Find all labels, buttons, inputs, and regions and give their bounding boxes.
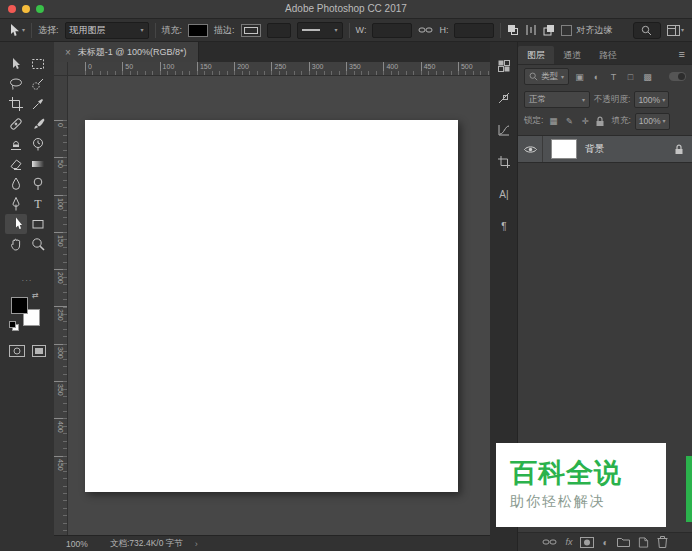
tab-layers[interactable]: 图层 [518, 46, 554, 64]
width-field[interactable] [372, 23, 412, 38]
stroke-width-field[interactable] [267, 23, 291, 38]
height-field[interactable] [454, 23, 494, 38]
crop-panel-icon[interactable] [490, 150, 518, 174]
gradient-tool-button[interactable] [27, 154, 49, 174]
hand-tool-button[interactable] [5, 234, 27, 254]
window-controls [8, 5, 44, 13]
eyedropper-tool-button[interactable] [27, 94, 49, 114]
opacity-field[interactable]: 100% ▾ [634, 91, 669, 108]
layer-mask-icon[interactable] [580, 537, 594, 548]
ruler-label: 150 [57, 235, 64, 247]
rectangle-tool-button[interactable] [27, 214, 49, 234]
panel-menu-icon[interactable]: ≡ [672, 44, 692, 64]
filter-pixel-icon[interactable]: ▣ [573, 72, 586, 82]
layer-fill-field[interactable]: 100% ▾ [635, 113, 670, 130]
pen-tool-button[interactable] [5, 194, 27, 214]
edit-toolbar-button[interactable]: ··· [0, 276, 54, 285]
delete-layer-icon[interactable] [657, 536, 668, 548]
path-alignment-icon[interactable] [525, 24, 537, 36]
link-layers-icon[interactable] [542, 538, 557, 546]
tool-preset-well[interactable]: ▾ [8, 23, 25, 37]
layer-thumbnail[interactable] [551, 139, 577, 159]
lock-image-pixels-icon[interactable]: ✎ [563, 116, 575, 126]
layer-row-background[interactable]: 背景 [518, 135, 692, 163]
eraser-tool-button[interactable] [5, 154, 27, 174]
healing-brush-tool-button[interactable] [5, 114, 27, 134]
horizontal-ruler[interactable]: 050100150200250300350400450500 [68, 62, 490, 76]
select-scope-dropdown[interactable]: 现用图层 ▾ [65, 22, 149, 39]
swap-colors-icon[interactable]: ⇄ [32, 291, 39, 300]
stroke-label: 描边: [214, 24, 235, 37]
tab-paths[interactable]: 路径 [590, 46, 626, 64]
ruler-label: 50 [125, 63, 133, 70]
close-tab-icon[interactable]: × [65, 47, 71, 58]
path-arrange-icon[interactable] [543, 24, 555, 36]
search-button[interactable] [633, 22, 661, 39]
dodge-tool-button[interactable] [27, 174, 49, 194]
filter-shape-icon[interactable]: □ [624, 72, 637, 82]
layer-fill-value: 100% [639, 116, 661, 126]
lasso-tool-button[interactable] [5, 74, 27, 94]
document-tab[interactable]: × 未标题-1 @ 100%(RGB/8*) [54, 42, 199, 62]
character-panel-icon[interactable]: A| [490, 182, 518, 206]
adjustment-layer-icon[interactable]: ◐ [602, 537, 608, 548]
move-tool-button[interactable] [5, 54, 27, 74]
align-edges-checkbox[interactable]: 对齐边缘 [561, 24, 612, 37]
paragraph-panel-icon[interactable]: ¶ [490, 214, 518, 238]
quick-mask-button[interactable] [9, 345, 25, 357]
visibility-eye-icon[interactable] [518, 136, 543, 162]
ruler-label: 0 [88, 63, 92, 70]
stroke-swatch[interactable] [241, 24, 261, 37]
ruler-label: 300 [57, 347, 64, 359]
properties-panel-icon[interactable] [490, 86, 518, 110]
new-layer-icon[interactable] [638, 537, 649, 548]
brush-tool-button[interactable] [27, 114, 49, 134]
layer-group-icon[interactable] [617, 537, 630, 547]
filter-type-dropdown[interactable]: 类型 ▾ [524, 68, 569, 85]
curves-panel-icon[interactable] [490, 118, 518, 142]
zoom-tool-button[interactable] [27, 234, 49, 254]
type-tool-button[interactable]: T [27, 194, 49, 214]
screen-mode-button[interactable] [32, 345, 46, 357]
lasso-tool-icon [8, 76, 24, 92]
status-options-icon[interactable]: › [195, 539, 198, 549]
document-canvas[interactable] [85, 120, 458, 492]
layer-style-icon[interactable]: fx [565, 537, 572, 547]
close-window-button[interactable] [8, 5, 16, 13]
eraser-tool-icon [8, 156, 24, 172]
filter-type-icon[interactable]: T [607, 72, 620, 82]
quick-selection-tool-button[interactable] [27, 74, 49, 94]
lock-label: 锁定: [524, 115, 543, 127]
filter-smart-object-icon[interactable]: ▩ [641, 72, 654, 82]
fill-swatch[interactable] [188, 24, 208, 37]
blur-tool-button[interactable] [5, 174, 27, 194]
minimize-window-button[interactable] [22, 5, 30, 13]
filter-adjustment-icon[interactable]: ◐ [590, 72, 603, 82]
lock-all-icon[interactable] [595, 116, 607, 127]
vertical-ruler[interactable]: 050100150200250300350400450 [54, 76, 68, 535]
ruler-label: 300 [312, 63, 324, 70]
lock-transparent-pixels-icon[interactable]: ▦ [547, 116, 559, 126]
color-panel-icon[interactable] [490, 54, 518, 78]
filter-toggle[interactable] [669, 72, 686, 81]
stroke-type-dropdown[interactable]: ▾ [297, 22, 343, 39]
maximize-window-button[interactable] [36, 5, 44, 13]
marquee-tool-button[interactable] [27, 54, 49, 74]
history-brush-tool-button[interactable] [27, 134, 49, 154]
foreground-color-swatch[interactable] [11, 297, 28, 314]
crop-tool-button[interactable] [5, 94, 27, 114]
lock-position-icon[interactable]: ✛ [579, 116, 591, 126]
path-operations-icon[interactable] [507, 24, 519, 36]
workspace-switcher[interactable]: ▾ [667, 25, 684, 36]
canvas-pasteboard[interactable] [68, 76, 490, 535]
zoom-level-field[interactable]: 100% [66, 539, 110, 549]
link-dimensions-icon[interactable] [418, 26, 433, 34]
path-selection-tool-button[interactable] [5, 214, 27, 234]
clone-stamp-tool-button[interactable] [5, 134, 27, 154]
default-colors-icon[interactable] [9, 321, 19, 331]
layer-lock-icon [674, 144, 684, 155]
tab-channels[interactable]: 通道 [554, 46, 590, 64]
ruler-label: 500 [461, 63, 473, 70]
blend-mode-dropdown[interactable]: 正常 ▾ [524, 91, 590, 108]
search-icon [641, 25, 652, 36]
